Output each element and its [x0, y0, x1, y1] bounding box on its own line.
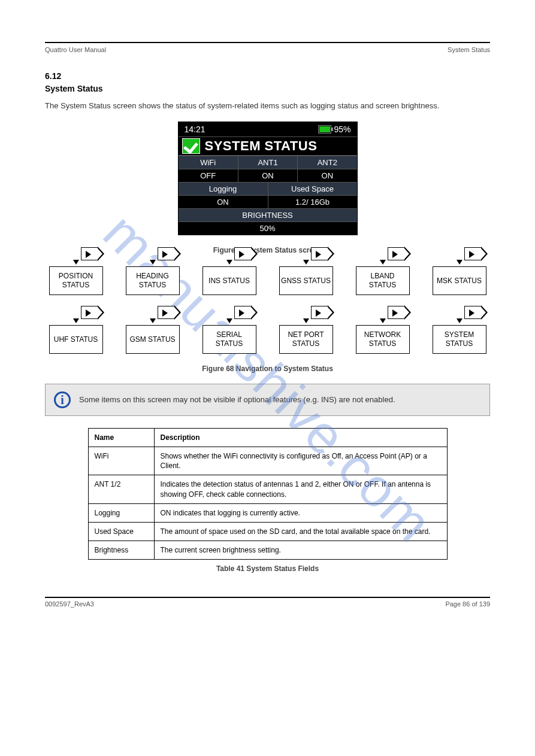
table-cell: The current screen brightness setting.	[154, 541, 447, 560]
table-cell: Used Space	[88, 522, 154, 541]
table-row: Used Space The amount of space used on t…	[88, 522, 447, 541]
flow-box: NET PORT STATUS	[279, 325, 333, 354]
battery-icon	[318, 125, 331, 133]
flow-box-label: GSM STATUS	[126, 335, 179, 344]
flow-box-label: HEADING STATUS	[126, 272, 179, 289]
table-cell: Shows whether the WiFi connectivity is c…	[154, 447, 447, 475]
flow-box-label: NETWORK STATUS	[356, 330, 409, 348]
flow-box: MSK STATUS	[433, 266, 486, 295]
flow-row-2: UHF STATUS GSM STATUS SERIAL STATUS NET …	[46, 325, 489, 354]
section-title: System Status	[45, 84, 490, 93]
info-table: Name Description WiFi Shows whether the …	[88, 428, 448, 560]
play-icon	[81, 247, 98, 260]
flow-box: NETWORK STATUS	[356, 325, 410, 354]
table-cell: ANT 1/2	[88, 475, 154, 503]
cell-ant1-label: ANT1	[238, 156, 297, 169]
info-icon: i	[54, 391, 71, 408]
checkmark-icon	[182, 138, 200, 154]
page-header: Quattro User Manual System Status	[45, 46, 490, 53]
flow-box-label: MSK STATUS	[433, 277, 486, 285]
flow-box: GSM STATUS	[126, 325, 180, 354]
play-icon	[234, 247, 251, 260]
flow-box: SYSTEM STATUS	[433, 325, 486, 354]
flow-box-label: UHF STATUS	[50, 335, 102, 344]
note-text: Some items on this screen may not be vis…	[79, 394, 395, 405]
flow-row-1: POSITION STATUS HEADING STATUS INS STATU…	[46, 266, 489, 295]
flow-box: LBAND STATUS	[356, 266, 410, 295]
flow-box-label: GNSS STATUS	[280, 277, 333, 285]
flow-box: POSITION STATUS	[49, 266, 103, 295]
flow-box-label: NET PORT STATUS	[280, 330, 333, 348]
note-box: i Some items on this screen may not be v…	[45, 384, 490, 416]
figure-label-1: Figure 67 System Status screen	[45, 246, 490, 254]
section-number: 6.12	[45, 71, 490, 81]
arrow-down-icon	[457, 260, 463, 265]
table-cell: Logging	[88, 503, 154, 522]
page: Quattro User Manual System Status 6.12 S…	[0, 0, 535, 626]
play-icon	[464, 247, 481, 260]
cell-brightness-label: BRIGHTNESS	[179, 208, 357, 221]
section-intro: The System Status screen shows the statu…	[45, 101, 490, 112]
device-screenshot: 14:21 95% SYSTEM STATUS WiFi ANT1 ANT2 O…	[178, 122, 358, 235]
device-time: 14:21	[185, 125, 319, 134]
arrow-down-icon	[150, 318, 156, 323]
footer-left: 0092597_RevA3	[45, 600, 94, 608]
table-head-name: Name	[88, 428, 154, 447]
table-caption: Table 41 System Status Fields	[45, 564, 490, 573]
flow-box-label: SYSTEM STATUS	[433, 330, 486, 348]
table-row: Brightness The current screen brightness…	[88, 541, 447, 560]
table-cell: WiFi	[88, 447, 154, 475]
arrow-down-icon	[226, 260, 232, 265]
arrow-down-icon	[73, 260, 79, 265]
play-icon	[388, 247, 404, 260]
arrow-down-icon	[150, 260, 156, 265]
flow-box-label: POSITION STATUS	[50, 272, 102, 289]
header-left: Quattro User Manual	[45, 46, 106, 53]
cell-wifi-label: WiFi	[179, 156, 238, 169]
table-row: WiFi Shows whether the WiFi connectivity…	[88, 447, 447, 475]
table-head-desc: Description	[154, 428, 447, 447]
header-right: System Status	[448, 46, 490, 53]
arrow-down-icon	[380, 260, 386, 265]
cell-wifi-value: OFF	[179, 169, 238, 182]
table-cell: The amount of space used on the SD card,…	[154, 522, 447, 541]
cell-logging-value: ON	[179, 196, 268, 208]
flow-box-label: SERIAL STATUS	[203, 330, 256, 348]
cell-brightness-value: 50%	[179, 221, 357, 235]
arrow-down-icon	[226, 318, 232, 323]
play-icon	[388, 306, 404, 319]
table-row: ANT 1/2 Indicates the detection status o…	[88, 475, 447, 503]
figure-label-2: Figure 68 Navigation to System Status	[45, 365, 490, 373]
flow-box: UHF STATUS	[49, 325, 103, 354]
flow-box-label: INS STATUS	[203, 277, 256, 285]
flow-box: HEADING STATUS	[126, 266, 180, 295]
table-cell: Indicates the detection status of antenn…	[154, 475, 447, 503]
device-title: SYSTEM STATUS	[205, 138, 318, 154]
header-rule	[45, 42, 490, 43]
play-icon	[234, 306, 251, 319]
page-footer: 0092597_RevA3 Page 86 of 139	[45, 600, 490, 608]
play-icon	[311, 247, 328, 260]
play-icon	[158, 247, 174, 260]
battery-percent: 95%	[334, 125, 350, 134]
footer-right: Page 86 of 139	[445, 600, 490, 608]
arrow-down-icon	[73, 318, 79, 323]
device-statusbar: 14:21 95%	[179, 122, 357, 136]
footer-rule	[45, 597, 490, 598]
table-cell: Brightness	[88, 541, 154, 560]
play-icon	[158, 306, 174, 319]
device-grid: WiFi ANT1 ANT2 OFF ON ON Logging Used Sp…	[179, 156, 357, 235]
flow-box-label: LBAND STATUS	[356, 272, 409, 289]
flow-box: INS STATUS	[202, 266, 256, 295]
device-title-row: SYSTEM STATUS	[179, 136, 357, 156]
arrow-down-icon	[380, 318, 386, 323]
table-row: Logging ON indicates that logging is cur…	[88, 503, 447, 522]
flow-box: GNSS STATUS	[279, 266, 333, 295]
table-cell: ON indicates that logging is currently a…	[154, 503, 447, 522]
flow-box: SERIAL STATUS	[202, 325, 256, 354]
cell-ant2-value: ON	[297, 169, 356, 182]
play-icon	[311, 306, 328, 319]
cell-usedspace-value: 1.2/ 16Gb	[268, 196, 357, 208]
flow-diagram: POSITION STATUS HEADING STATUS INS STATU…	[46, 266, 489, 354]
cell-ant2-label: ANT2	[297, 156, 356, 169]
